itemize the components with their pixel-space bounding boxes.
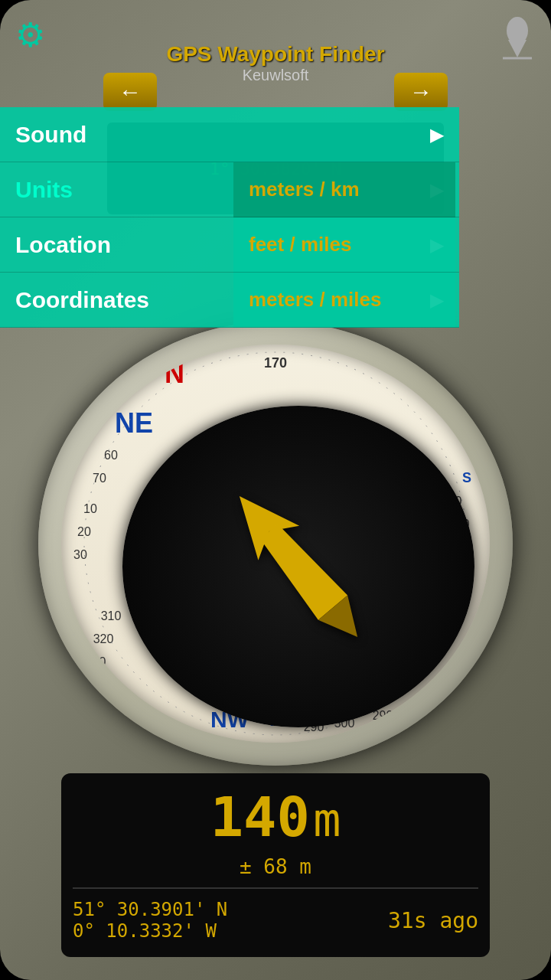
compass-face xyxy=(122,406,474,727)
svg-text:S: S xyxy=(462,470,471,485)
svg-text:W: W xyxy=(454,656,480,688)
coords-row: 51° 30.3901' N 0° 10.3332' W 31s ago xyxy=(73,895,478,946)
svg-text:20: 20 xyxy=(77,525,91,538)
svg-marker-1 xyxy=(508,40,527,57)
svg-text:350: 350 xyxy=(97,701,118,714)
display-divider xyxy=(73,887,478,889)
svg-text:310: 310 xyxy=(101,609,122,622)
menu-item-sound[interactable]: Sound ▶ xyxy=(0,107,459,162)
submenu-feet-miles-label: feet / miles xyxy=(249,233,351,256)
submenu-item-meters-miles[interactable]: meters / miles xyxy=(233,273,455,328)
latitude-display: 51° 30.3901' N xyxy=(73,899,227,920)
svg-text:30: 30 xyxy=(73,548,87,561)
svg-text:70: 70 xyxy=(93,472,106,485)
submenu-meters-miles-label: meters / miles xyxy=(249,288,381,312)
compass-arrow-svg xyxy=(184,452,413,681)
menu-item-sound-arrow: ▶ xyxy=(430,124,444,145)
waypoint-icon[interactable] xyxy=(499,15,536,61)
svg-text:320: 320 xyxy=(93,632,114,645)
svg-text:N: N xyxy=(165,358,184,389)
app-title: GPS Waypoint Finder xyxy=(77,42,474,67)
svg-text:60: 60 xyxy=(104,449,118,462)
nav-forward-button[interactable]: → xyxy=(394,73,448,111)
submenu-item-meters-km[interactable]: meters / km xyxy=(233,162,455,217)
coords-left: 51° 30.3901' N 0° 10.3332' W xyxy=(73,899,227,942)
time-ago-display: 31s ago xyxy=(388,908,478,933)
svg-text:330: 330 xyxy=(86,655,106,668)
compass-ring: 170 S 190 200 210 SW 240 250 260 290 300… xyxy=(61,345,490,743)
svg-text:10: 10 xyxy=(83,502,97,515)
accuracy-row: ± 68 m xyxy=(73,855,478,878)
submenu-item-feet-miles[interactable]: feet / miles xyxy=(233,217,455,273)
gear-icon[interactable]: ⚙ xyxy=(15,15,45,54)
compass: 170 S 190 200 210 SW 240 250 260 290 300… xyxy=(38,322,513,766)
svg-text:NE: NE xyxy=(115,407,153,439)
distance-value: 140 xyxy=(210,785,310,849)
menu-item-sound-label: Sound xyxy=(15,122,422,148)
device-body: ⚙ GPS Waypoint Finder Keuwlsoft ← → 1° 3… xyxy=(0,0,551,980)
svg-marker-32 xyxy=(254,519,347,620)
forward-arrow-icon: → xyxy=(409,79,432,105)
longitude-display: 0° 10.3332' W xyxy=(73,920,227,942)
distance-row: 140 m xyxy=(73,785,478,849)
back-arrow-icon: ← xyxy=(119,79,142,105)
svg-text:170: 170 xyxy=(264,355,287,371)
bottom-display: 140 m ± 68 m 51° 30.3901' N 0° 10.3332' … xyxy=(61,773,490,957)
submenu-meters-km-label: meters / km xyxy=(249,178,360,201)
units-submenu: meters / km feet / miles meters / miles xyxy=(233,162,455,328)
svg-text:340: 340 xyxy=(90,678,110,691)
accuracy-text: ± 68 m xyxy=(240,855,311,878)
nav-back-button[interactable]: ← xyxy=(103,73,157,111)
distance-unit: m xyxy=(313,793,341,847)
compass-bezel: 170 S 190 200 210 SW 240 250 260 290 300… xyxy=(38,322,513,766)
